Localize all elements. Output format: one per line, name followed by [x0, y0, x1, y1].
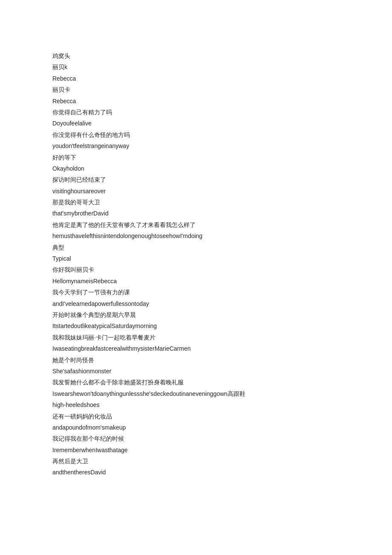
chinese-line: 她是个时尚怪兽 [52, 355, 392, 365]
line-pair: andapoundofmom'smakeup [52, 423, 392, 432]
chinese-line: 好的等下 [52, 153, 392, 162]
chinese-line: 我和我妹妹玛丽·卡门一起吃着早餐麦片 [52, 333, 392, 342]
line-pair: 典型 [52, 243, 392, 252]
line-pair: Iswearshewon'tdoanythingunlessshe'sdecke… [52, 389, 392, 398]
chinese-line: IwaseatingbreakfastcerealwithmysisterMar… [52, 344, 392, 353]
chinese-line: She'safashionmonster [52, 366, 392, 376]
line-pair: 你好我叫丽贝卡 [52, 265, 392, 274]
line-pair: 鸡窝头 [52, 51, 392, 61]
chinese-line: ItstartedoutlikeatypicalSaturdaymorning [52, 321, 392, 331]
line-pair: HellomynameisRebecca [52, 276, 392, 286]
chinese-line: Doyoufeelalive [52, 119, 392, 128]
chinese-line: Typical [52, 254, 392, 263]
chinese-line: 你没觉得有什么奇怪的地方吗 [52, 130, 392, 139]
chinese-line: andapoundofmom'smakeup [52, 423, 392, 432]
chinese-line: visitinghoursareover [52, 186, 392, 196]
chinese-line: that'smybrotherDavid [52, 209, 392, 218]
chinese-line: 我发誓她什么都不会干除非她盛装打扮身着晚礼服 [52, 378, 392, 387]
chinese-line: Iswearshewon'tdoanythingunlessshe'sdecke… [52, 389, 392, 398]
chinese-line: high-heeledshoes [52, 400, 392, 410]
line-pair: hemusthavelefthisnintendolongenoughtosee… [52, 231, 392, 241]
line-pair: Doyoufeelalive [52, 119, 392, 128]
line-pair: 你觉得自己有精力了吗 [52, 108, 392, 117]
chinese-line: youdon'tfeelstrangeinanyway [52, 141, 392, 151]
line-pair: 丽贝卡 [52, 85, 392, 94]
chinese-line: 那是我的哥哥大卫 [52, 198, 392, 207]
chinese-line: Rebecca [52, 96, 392, 106]
line-pair: that'smybrotherDavid [52, 209, 392, 218]
chinese-line: andI'velearnedapowerfullessontoday [52, 299, 392, 308]
line-pair: 还有一磅妈妈的化妆品 [52, 412, 392, 421]
line-pair: visitinghoursareover [52, 186, 392, 196]
chinese-line: 他肯定是离了他的任天堂有够久了才来看看我怎么样了 [52, 220, 392, 230]
line-pair: 她是个时尚怪兽 [52, 355, 392, 365]
chinese-line: 典型 [52, 243, 392, 252]
chinese-line: 再然后是大卫 [52, 456, 392, 466]
line-pair: 那是我的哥哥大卫 [52, 198, 392, 207]
content-container: 鸡窝头丽贝kRebecca丽贝卡Rebecca你觉得自己有精力了吗Doyoufe… [52, 51, 392, 477]
chinese-line: hemusthavelefthisnintendolongenoughtosee… [52, 231, 392, 241]
chinese-line: 探访时间已经结束了 [52, 175, 392, 184]
line-pair: andthentheresDavid [52, 468, 392, 477]
line-pair: 丽贝k [52, 62, 392, 72]
line-pair: 我和我妹妹玛丽·卡门一起吃着早餐麦片 [52, 333, 392, 342]
chinese-line: Rebecca [52, 74, 392, 83]
chinese-line: 你觉得自己有精力了吗 [52, 108, 392, 117]
line-pair: andI'velearnedapowerfullessontoday [52, 299, 392, 308]
line-pair: 探访时间已经结束了 [52, 175, 392, 184]
line-pair: Typical [52, 254, 392, 263]
chinese-line: 你好我叫丽贝卡 [52, 265, 392, 274]
line-pair: Okayholdon [52, 164, 392, 173]
line-pair: 开始时就像个典型的星期六早晨 [52, 310, 392, 320]
line-pair: IwaseatingbreakfastcerealwithmysisterMar… [52, 344, 392, 353]
line-pair: ItstartedoutlikeatypicalSaturdaymorning [52, 321, 392, 331]
line-pair: 我记得我在那个年纪的时候 [52, 434, 392, 443]
chinese-line: 还有一磅妈妈的化妆品 [52, 412, 392, 421]
line-pair: 你没觉得有什么奇怪的地方吗 [52, 130, 392, 139]
chinese-line: 我今天学到了一节强有力的课 [52, 288, 392, 297]
chinese-line: 丽贝卡 [52, 85, 392, 94]
line-pair: 好的等下 [52, 153, 392, 162]
chinese-line: Okayholdon [52, 164, 392, 173]
line-pair: Rebecca [52, 74, 392, 83]
chinese-line: 鸡窝头 [52, 51, 392, 61]
line-pair: 我发誓她什么都不会干除非她盛装打扮身着晚礼服 [52, 378, 392, 387]
line-pair: 再然后是大卫 [52, 456, 392, 466]
line-pair: youdon'tfeelstrangeinanyway [52, 141, 392, 151]
chinese-line: IrememberwhenIwasthatage [52, 445, 392, 455]
chinese-line: andthentheresDavid [52, 468, 392, 477]
line-pair: 他肯定是离了他的任天堂有够久了才来看看我怎么样了 [52, 220, 392, 230]
line-pair: She'safashionmonster [52, 366, 392, 376]
chinese-line: 我记得我在那个年纪的时候 [52, 434, 392, 443]
line-pair: IrememberwhenIwasthatage [52, 445, 392, 455]
line-pair: Rebecca [52, 96, 392, 106]
chinese-line: 丽贝k [52, 62, 392, 72]
line-pair: high-heeledshoes [52, 400, 392, 410]
line-pair: 我今天学到了一节强有力的课 [52, 288, 392, 297]
chinese-line: 开始时就像个典型的星期六早晨 [52, 310, 392, 320]
chinese-line: HellomynameisRebecca [52, 276, 392, 286]
